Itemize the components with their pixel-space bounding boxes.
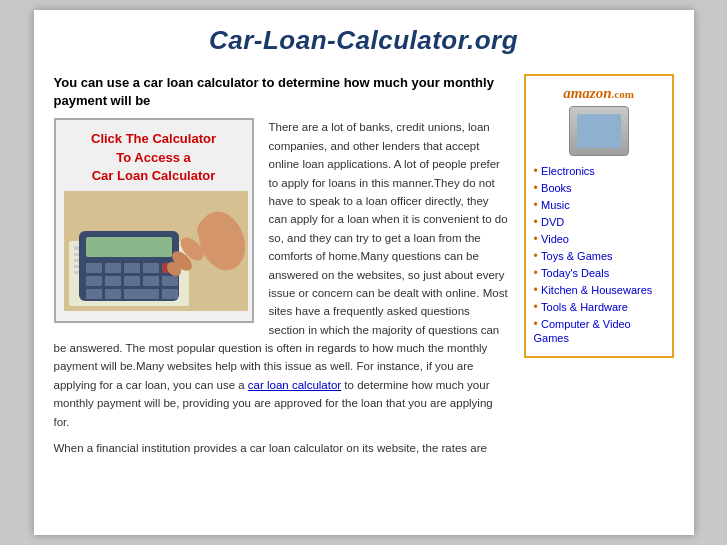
sidebar-links: Electronics Books Music DVD Video Toys &… <box>534 164 664 345</box>
page-container: Car-Loan-Calculator.org You can use a ca… <box>34 10 694 535</box>
sidebar-link-video[interactable]: Video <box>534 232 664 246</box>
svg-rect-17 <box>143 276 159 286</box>
link-books[interactable]: Books <box>541 182 572 194</box>
amazon-logo: amazon.com <box>534 84 664 102</box>
amazon-device <box>569 106 629 156</box>
link-music[interactable]: Music <box>541 199 570 211</box>
svg-rect-15 <box>105 276 121 286</box>
svg-rect-8 <box>86 237 172 257</box>
svg-rect-12 <box>143 263 159 273</box>
link-electronics[interactable]: Electronics <box>541 165 595 177</box>
sidebar-link-kitchen[interactable]: Kitchen & Housewares <box>534 283 664 297</box>
sidebar-link-toys[interactable]: Toys & Games <box>534 249 664 263</box>
link-kitchen[interactable]: Kitchen & Housewares <box>541 284 652 296</box>
sidebar-link-books[interactable]: Books <box>534 181 664 195</box>
sidebar-link-computer[interactable]: Computer & Video Games <box>534 317 664 345</box>
calculator-box[interactable]: Click The Calculator To Access a Car Loa… <box>54 118 254 323</box>
calculator-image <box>64 191 248 311</box>
svg-rect-14 <box>86 276 102 286</box>
sidebar-link-dvd[interactable]: DVD <box>534 215 664 229</box>
svg-rect-9 <box>86 263 102 273</box>
svg-rect-11 <box>124 263 140 273</box>
link-dvd[interactable]: DVD <box>541 216 564 228</box>
svg-rect-10 <box>105 263 121 273</box>
link-computer[interactable]: Computer & Video Games <box>534 318 631 344</box>
link-video[interactable]: Video <box>541 233 569 245</box>
sidebar-link-music[interactable]: Music <box>534 198 664 212</box>
link-deals[interactable]: Today's Deals <box>541 267 609 279</box>
left-content: You can use a car loan calculator to det… <box>54 74 509 457</box>
sidebar-link-electronics[interactable]: Electronics <box>534 164 664 178</box>
svg-rect-19 <box>86 289 102 299</box>
svg-rect-21 <box>124 289 159 299</box>
svg-rect-20 <box>105 289 121 299</box>
calculator-box-label: Click The Calculator To Access a Car Loa… <box>64 130 244 185</box>
device-screen <box>577 114 621 148</box>
site-title: Car-Loan-Calculator.org <box>54 25 674 56</box>
car-loan-link[interactable]: car loan calculator <box>248 379 341 391</box>
sidebar-link-deals[interactable]: Today's Deals <box>534 266 664 280</box>
link-tools[interactable]: Tools & Hardware <box>541 301 628 313</box>
svg-rect-22 <box>162 289 178 299</box>
body-wrap: Click The Calculator To Access a Car Loa… <box>54 118 509 431</box>
main-content: You can use a car loan calculator to det… <box>54 74 674 457</box>
intro-heading: You can use a car loan calculator to det… <box>54 74 509 110</box>
sidebar-link-tools[interactable]: Tools & Hardware <box>534 300 664 314</box>
svg-rect-18 <box>162 276 178 286</box>
link-toys[interactable]: Toys & Games <box>541 250 613 262</box>
sidebar: amazon.com Electronics Books Music DVD V… <box>524 74 674 358</box>
svg-rect-16 <box>124 276 140 286</box>
bottom-text: When a financial institution provides a … <box>54 439 509 457</box>
